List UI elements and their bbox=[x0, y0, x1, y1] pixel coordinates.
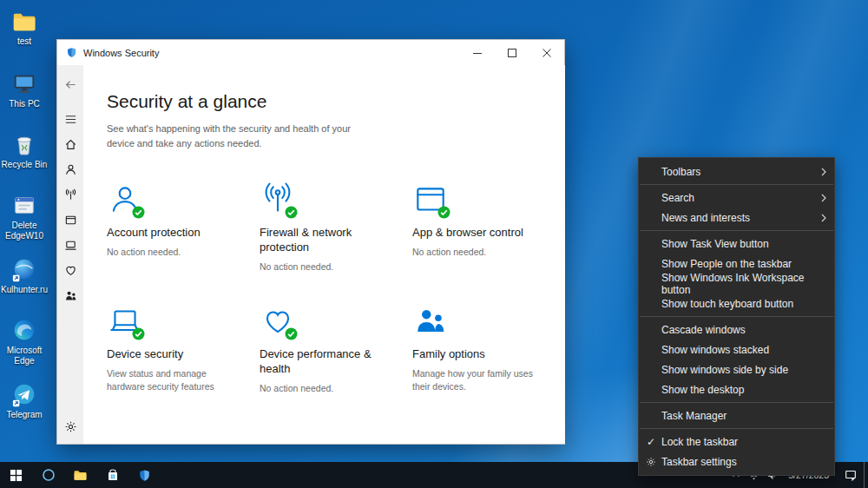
menu-separator bbox=[640, 316, 833, 317]
menu-item-label: Task Manager bbox=[661, 410, 727, 422]
gear-icon bbox=[644, 457, 658, 467]
status-ok-icon bbox=[132, 327, 145, 340]
tile-status: No action needed. bbox=[260, 382, 391, 395]
menu-item-show-windows-stacked[interactable]: Show windows stacked bbox=[639, 340, 834, 359]
menu-item-label: Show People on the taskbar bbox=[661, 258, 792, 270]
menu-toggle-button[interactable] bbox=[60, 109, 81, 129]
tile-status: No action needed. bbox=[107, 246, 239, 259]
menu-item-show-touch-keyboard-button[interactable]: Show touch keyboard button bbox=[639, 293, 834, 313]
desktop-icon-label: Recycle Bin bbox=[2, 160, 48, 170]
menu-item-news-and-interests[interactable]: News and interests bbox=[639, 208, 834, 228]
tile-title: Device performance & health bbox=[260, 347, 391, 377]
window-sidebar bbox=[57, 65, 83, 444]
menu-item-cascade-windows[interactable]: Cascade windows bbox=[639, 320, 834, 340]
menu-item-show-the-desktop[interactable]: Show the desktop bbox=[639, 379, 834, 399]
tile-firewall-network-protection[interactable]: Firewall & network protection No action … bbox=[260, 181, 412, 274]
menu-item-label: Show Windows Ink Workspace button bbox=[661, 272, 834, 296]
tile-family-options[interactable]: Family options Manage how your family us… bbox=[412, 303, 565, 395]
menu-item-label: Search bbox=[661, 192, 694, 204]
desktop-icon-test[interactable]: test bbox=[0, 9, 49, 47]
menu-item-label: Show Task View button bbox=[661, 238, 769, 250]
windows-security-shield-icon bbox=[66, 47, 77, 58]
nav-app-browser-icon[interactable] bbox=[60, 209, 81, 230]
edge-icon bbox=[11, 318, 37, 344]
tile-device-security[interactable]: Device security View status and manage h… bbox=[107, 303, 260, 395]
chevron-right-icon bbox=[821, 168, 826, 176]
desktop-icon-recycle-bin[interactable]: Recycle Bin bbox=[0, 132, 49, 170]
status-ok-icon bbox=[132, 206, 145, 219]
telegram-icon bbox=[11, 382, 37, 408]
desktop-icon-telegram[interactable]: Telegram bbox=[0, 382, 49, 420]
file-explorer-button[interactable] bbox=[64, 462, 96, 488]
app-installer-icon bbox=[11, 193, 37, 219]
recycle-bin-icon bbox=[11, 132, 37, 158]
status-ok-icon bbox=[285, 327, 298, 340]
security-tiles-grid: Account protection No action needed. Fir… bbox=[107, 181, 565, 395]
menu-item-label: Taskbar settings bbox=[661, 456, 737, 468]
menu-item-label: Show touch keyboard button bbox=[661, 298, 793, 310]
nav-family-options-icon[interactable] bbox=[60, 285, 81, 306]
desktop-icon-delete-edgew10[interactable]: Delete EdgeW10 bbox=[0, 193, 49, 241]
desktop-icon-label: Microsoft Edge bbox=[0, 346, 49, 366]
cortana-button[interactable] bbox=[32, 462, 64, 488]
menu-item-task-manager[interactable]: Task Manager bbox=[639, 406, 834, 425]
menu-item-lock-the-taskbar[interactable]: ✓ Lock the taskbar bbox=[639, 432, 834, 452]
maximize-button[interactable] bbox=[495, 40, 529, 65]
nav-home-icon[interactable] bbox=[60, 134, 81, 155]
menu-item-label: Show windows stacked bbox=[661, 344, 769, 356]
menu-item-label: Cascade windows bbox=[661, 324, 746, 336]
back-button[interactable] bbox=[60, 74, 81, 95]
start-button[interactable] bbox=[0, 462, 32, 488]
windows-security-window: Windows Security bbox=[56, 39, 565, 445]
show-desktop-button[interactable] bbox=[864, 462, 868, 488]
window-titlebar[interactable]: Windows Security bbox=[57, 40, 564, 65]
windows-security-taskbar-button[interactable] bbox=[128, 462, 161, 488]
tile-title: Device security bbox=[107, 347, 239, 362]
firewall-network-icon bbox=[260, 181, 296, 218]
menu-item-label: Toolbars bbox=[661, 166, 700, 178]
nav-device-health-icon[interactable] bbox=[60, 260, 81, 280]
microsoft-store-button[interactable] bbox=[96, 462, 128, 488]
menu-item-taskbar-settings[interactable]: Taskbar settings bbox=[639, 452, 834, 472]
desktop-icon-kulhunter[interactable]: Kulhunter.ru bbox=[0, 257, 49, 295]
desktop-icon-this-pc[interactable]: This PC bbox=[0, 71, 49, 109]
tile-status: No action needed. bbox=[260, 260, 391, 274]
tile-status: View status and manage hardware security… bbox=[107, 367, 239, 393]
action-center-icon[interactable] bbox=[838, 462, 864, 488]
menu-item-show-task-view-button[interactable]: Show Task View button bbox=[639, 234, 834, 254]
desktop-icon-label: Telegram bbox=[6, 410, 42, 420]
minimize-button[interactable] bbox=[460, 40, 495, 65]
tile-title: Firewall & network protection bbox=[260, 226, 391, 255]
tile-account-protection[interactable]: Account protection No action needed. bbox=[107, 181, 260, 274]
menu-item-label: Lock the taskbar bbox=[661, 436, 738, 448]
menu-item-label: Show windows side by side bbox=[661, 364, 788, 376]
tile-device-performance-health[interactable]: Device performance & health No action ne… bbox=[260, 303, 412, 395]
menu-item-show-windows-side-by-side[interactable]: Show windows side by side bbox=[639, 359, 834, 379]
menu-item-search[interactable]: Search bbox=[639, 188, 834, 208]
nav-account-protection-icon[interactable] bbox=[60, 159, 81, 180]
menu-item-show-windows-ink-workspace-button[interactable]: Show Windows Ink Workspace button bbox=[639, 274, 834, 293]
tile-app-browser-control[interactable]: App & browser control No action needed. bbox=[412, 181, 565, 274]
menu-item-label: Show the desktop bbox=[661, 384, 744, 396]
menu-item-label: News and interests bbox=[661, 212, 750, 224]
settings-gear-icon[interactable] bbox=[60, 416, 81, 437]
status-ok-icon bbox=[437, 206, 450, 219]
desktop-icon-label: Delete EdgeW10 bbox=[0, 221, 49, 241]
desktop-icon-label: This PC bbox=[9, 99, 40, 109]
desktop-icon-microsoft-edge[interactable]: Microsoft Edge bbox=[0, 318, 49, 366]
tile-title: Account protection bbox=[107, 226, 239, 241]
page-subtitle: See what's happening with the security a… bbox=[107, 122, 367, 150]
close-button[interactable] bbox=[529, 40, 564, 65]
nav-firewall-network-icon[interactable] bbox=[60, 184, 81, 205]
menu-item-toolbars[interactable]: Toolbars bbox=[639, 162, 834, 181]
tile-status: No action needed. bbox=[412, 246, 544, 259]
tile-title: Family options bbox=[412, 347, 544, 362]
desktop: { "desktop": { "icons": [ { "label": "te… bbox=[0, 0, 868, 488]
menu-separator bbox=[640, 428, 833, 429]
desktop-icon-label: test bbox=[17, 36, 31, 47]
menu-separator bbox=[640, 402, 833, 403]
desktop-icon-label: Kulhunter.ru bbox=[1, 285, 48, 295]
nav-device-security-icon[interactable] bbox=[60, 234, 81, 255]
page-title: Security at a glance bbox=[107, 91, 565, 112]
menu-separator bbox=[640, 184, 833, 185]
